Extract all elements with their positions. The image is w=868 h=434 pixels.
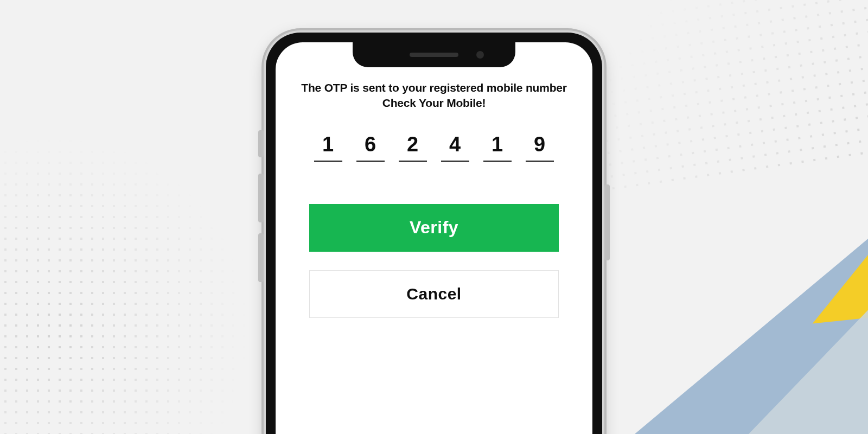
otp-instruction-line2: Check Your Mobile! <box>382 97 486 109</box>
decorative-triangle-yellow <box>734 234 868 331</box>
decorative-dots-left <box>0 136 250 434</box>
phone-mockup: The OTP is sent to your registered mobil… <box>266 33 602 434</box>
otp-instruction-line1: The OTP is sent to your registered mobil… <box>301 81 566 94</box>
cancel-button[interactable]: Cancel <box>309 270 559 318</box>
speaker-icon <box>410 53 458 57</box>
otp-input-row: 1 6 2 4 1 9 <box>314 133 554 162</box>
decorative-triangle-grey <box>608 288 868 434</box>
phone-frame: The OTP is sent to your registered mobil… <box>266 33 602 434</box>
decorative-triangle-blue <box>635 239 868 434</box>
otp-digit-1[interactable]: 1 <box>314 133 342 162</box>
phone-side-button <box>604 184 610 260</box>
otp-digit-5[interactable]: 1 <box>483 133 512 162</box>
otp-digit-6[interactable]: 9 <box>526 133 554 162</box>
camera-icon <box>476 51 484 59</box>
otp-screen: The OTP is sent to your registered mobil… <box>276 77 592 434</box>
otp-digit-2[interactable]: 6 <box>356 133 385 162</box>
phone-side-button <box>258 233 264 282</box>
otp-digit-4[interactable]: 4 <box>441 133 469 162</box>
phone-side-button <box>258 130 264 157</box>
otp-instruction: The OTP is sent to your registered mobil… <box>301 80 566 111</box>
otp-digit-3[interactable]: 2 <box>399 133 427 162</box>
verify-button[interactable]: Verify <box>309 204 559 252</box>
phone-side-button <box>258 174 264 222</box>
phone-notch <box>353 42 515 67</box>
phone-screen: The OTP is sent to your registered mobil… <box>276 42 592 434</box>
